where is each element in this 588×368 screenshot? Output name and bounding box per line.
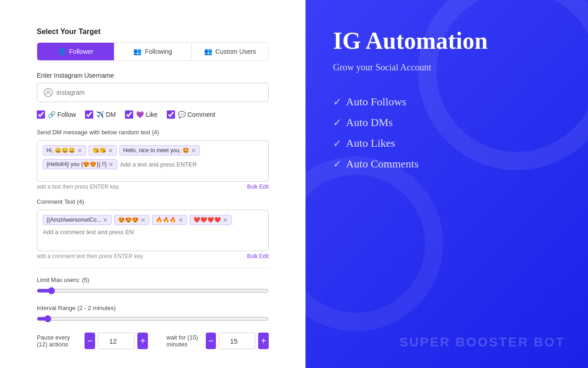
comment-bulk-edit-link[interactable]: Bulk Edit — [247, 253, 269, 259]
check-auto-dms: ✓ — [333, 117, 341, 129]
comment-tag-input-box[interactable]: {{AmzlAwersomelCo... ✕ 😍😍😍 ✕ 🔥🔥🔥 ✕ ❤️❤️❤… — [37, 210, 269, 251]
dm-label: ✈️ DM — [96, 111, 116, 118]
dm-tag-partial-close[interactable]: ✕ — [108, 161, 113, 167]
wait-label: wait for (15) minutes — [166, 334, 200, 348]
interval-label: Interval Range (2 - 2 minutes) — [37, 305, 269, 311]
feature-auto-follows: ✓ Auto Follows — [333, 96, 560, 108]
dm-tag-2: 😘😘 ✕ — [89, 145, 117, 155]
comment-tags-row: {{AmzlAwersomelCo... ✕ 😍😍😍 ✕ 🔥🔥🔥 ✕ ❤️❤️❤… — [43, 215, 263, 225]
dm-checkbox[interactable] — [85, 110, 93, 119]
follow-checkbox-item[interactable]: 🔗 Follow — [37, 110, 76, 119]
tab-follower-label: Follower — [69, 48, 94, 55]
comment-text-input[interactable] — [43, 229, 135, 236]
dm-tags-row: Hi, 😀😀😀 ✕ 😘😘 ✕ Hello, nice to meet you, … — [43, 145, 263, 155]
dm-box-footer: add a text then press ENTER key. Bulk Ed… — [37, 184, 269, 190]
comment-label: 💬 Comment — [178, 111, 215, 118]
dm-tag-3-close[interactable]: ✕ — [191, 148, 196, 154]
pause-label: Pause every (12) actions — [37, 334, 79, 348]
svg-point-0 — [47, 91, 50, 93]
like-checkbox[interactable] — [125, 110, 133, 119]
check-auto-comments: ✓ — [333, 158, 341, 170]
comment-tag-3: 🔥🔥🔥 ✕ — [152, 215, 187, 225]
ig-subtitle: Grow your Social Account — [333, 62, 560, 73]
check-auto-follows: ✓ — [333, 96, 341, 108]
tab-custom-users[interactable]: 👥 Custom Users — [192, 43, 268, 60]
stepper-row: Pause every (12) actions − + wait for (1… — [37, 333, 269, 349]
follower-icon: 👤 — [58, 47, 67, 56]
like-checkbox-item[interactable]: 💜 Like — [125, 110, 158, 119]
comment-checkbox[interactable] — [167, 110, 175, 119]
like-label: 💜 Like — [136, 111, 158, 118]
comment-input-row — [43, 229, 263, 236]
comment-hint: add a comment text then press ENTER key. — [37, 253, 144, 259]
heart-icon: 💜 — [136, 111, 144, 118]
tab-custom-users-label: Custom Users — [215, 48, 256, 55]
feature-auto-likes: ✓ Auto Likes — [333, 137, 560, 150]
comment-tag-4: ❤️❤️❤️❤️ ✕ — [190, 215, 232, 225]
username-input[interactable] — [57, 89, 262, 96]
tab-following-label: Following — [145, 48, 172, 55]
comment-tag-3-close[interactable]: ✕ — [178, 217, 183, 223]
action-checkboxes: 🔗 Follow ✈️ DM 💜 Like 💬 Comment — [37, 110, 269, 119]
dm-tag-2-close[interactable]: ✕ — [108, 148, 113, 154]
comment-tag-4-close[interactable]: ✕ — [223, 217, 228, 223]
tab-following[interactable]: 👥 Following — [114, 43, 192, 60]
dm-tag-partial: {HellolHi} you {😍😍}{.!!} ✕ — [43, 159, 117, 169]
comment-section-label: Comment Text (4) — [37, 198, 269, 205]
feature-auto-dms: ✓ Auto DMs — [333, 116, 560, 129]
limit-label: Limit Max users: (5) — [37, 276, 269, 283]
link-icon: 🔗 — [48, 111, 56, 118]
right-panel: IG Automation Grow your Social Account ✓… — [305, 0, 588, 368]
user-avatar-icon — [44, 88, 53, 97]
left-panel: Select Your Target 👤 Follower 👥 Followin… — [0, 0, 305, 368]
comment-tag-2-close[interactable]: ✕ — [141, 217, 146, 223]
target-tab-group: 👤 Follower 👥 Following 👥 Custom Users — [37, 42, 269, 61]
dm-bulk-edit-link[interactable]: Bulk Edit — [247, 184, 269, 190]
comment-icon: 💬 — [178, 111, 186, 118]
dm-tag-1-close[interactable]: ✕ — [77, 148, 82, 154]
pause-stepper-group: Pause every (12) actions − + — [37, 333, 148, 349]
username-input-wrap — [37, 83, 269, 102]
dm-tag-input-box[interactable]: Hi, 😀😀😀 ✕ 😘😘 ✕ Hello, nice to meet you, … — [37, 140, 269, 182]
select-target-label: Select Your Target — [37, 28, 269, 36]
following-icon: 👥 — [133, 47, 142, 56]
comment-box-footer: add a comment text then press ENTER key.… — [37, 253, 269, 259]
tab-follower[interactable]: 👤 Follower — [37, 43, 114, 60]
interval-section: Interval Range (2 - 2 minutes) — [37, 305, 269, 324]
username-label: Enter Instagram Username — [37, 72, 269, 79]
comment-tag-2: 😍😍😍 ✕ — [114, 215, 149, 225]
dm-partial-row: {HellolHi} you {😍😍}{.!!} ✕ — [43, 159, 263, 169]
limit-section: Limit Max users: (5) — [37, 276, 269, 296]
follow-checkbox[interactable] — [37, 110, 45, 119]
dm-hint: add a text then press ENTER key. — [37, 184, 120, 190]
pause-minus-button[interactable]: − — [85, 333, 95, 349]
feature-list: ✓ Auto Follows ✓ Auto DMs ✓ Auto Likes ✓… — [333, 96, 560, 170]
comment-checkbox-item[interactable]: 💬 Comment — [167, 110, 215, 119]
follow-label: 🔗 Follow — [48, 111, 76, 118]
wait-minus-button[interactable]: − — [206, 333, 216, 349]
interval-slider[interactable] — [37, 315, 269, 322]
comment-tag-1: {{AmzlAwersomelCo... ✕ — [43, 215, 112, 225]
dm-icon: ✈️ — [96, 111, 104, 118]
custom-users-icon: 👥 — [204, 47, 213, 56]
wait-stepper-group: wait for (15) minutes − + — [166, 333, 269, 349]
dm-tag-3: Hello, nice to meet you, 🤩 ✕ — [119, 145, 200, 155]
comment-tag-1-close[interactable]: ✕ — [103, 217, 108, 223]
dm-text-input[interactable] — [120, 159, 212, 169]
dm-checkbox-item[interactable]: ✈️ DM — [85, 110, 116, 119]
brand-text: SUPER BOOSTER BOT — [399, 335, 565, 350]
pause-plus-button[interactable]: + — [137, 333, 148, 349]
feature-auto-comments: ✓ Auto Comments — [333, 158, 560, 170]
dm-tag-1: Hi, 😀😀😀 ✕ — [43, 145, 86, 155]
wait-input[interactable] — [219, 333, 255, 349]
limit-slider[interactable] — [37, 287, 269, 294]
wait-plus-button[interactable]: + — [258, 333, 269, 349]
check-auto-likes: ✓ — [333, 138, 341, 150]
ig-automation-title: IG Automation — [333, 28, 560, 54]
pause-input[interactable] — [98, 333, 135, 349]
divider-1 — [37, 268, 269, 268]
dm-section-label: Send DM message with below random text (… — [37, 129, 269, 136]
